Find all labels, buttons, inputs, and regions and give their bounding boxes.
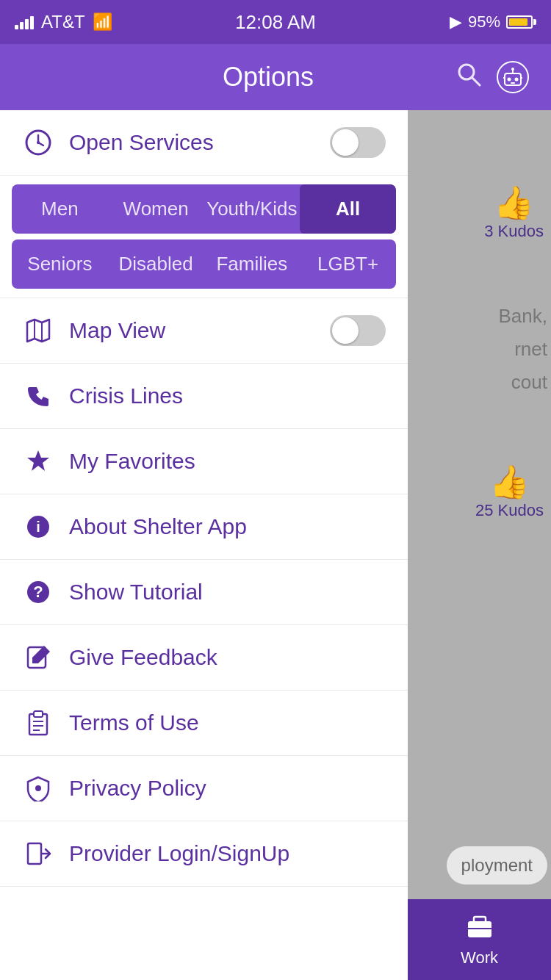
- filter-families[interactable]: Families: [204, 239, 300, 289]
- my-favorites-row[interactable]: My Favorites: [0, 429, 408, 494]
- filter-youth[interactable]: Youth/Kids: [204, 184, 300, 234]
- battery-icon: [506, 15, 536, 29]
- search-icon[interactable]: [455, 61, 482, 93]
- signal-icon: [15, 15, 34, 29]
- briefcase-icon: [465, 912, 494, 945]
- question-icon: ?: [22, 576, 54, 608]
- privacy-label: Privacy Policy: [69, 776, 386, 801]
- open-services-row[interactable]: Open Services: [0, 110, 408, 176]
- map-view-row[interactable]: Map View: [0, 298, 408, 364]
- about-row[interactable]: i About Shelter App: [0, 494, 408, 560]
- tutorial-label: Show Tutorial: [69, 580, 386, 605]
- edit-icon: [22, 641, 54, 674]
- feedback-row[interactable]: Give Feedback: [0, 625, 408, 691]
- filter-buttons: Men Women Youth/Kids All Seniors Disable…: [0, 176, 408, 298]
- employment-label: ployment: [461, 855, 533, 875]
- filter-women[interactable]: Women: [108, 184, 204, 234]
- gender-filter-row: Men Women Youth/Kids All: [12, 184, 396, 234]
- status-bar: AT&T 📶 12:08 AM ▶ 95%: [0, 0, 551, 44]
- svg-rect-29: [28, 843, 41, 864]
- svg-text:?: ?: [33, 583, 43, 601]
- svg-text:i: i: [36, 519, 40, 535]
- filter-lgbt[interactable]: LGBT+: [300, 239, 396, 289]
- svg-marker-17: [27, 450, 49, 471]
- employment-button[interactable]: ployment: [447, 846, 547, 884]
- wifi-icon: 📶: [93, 12, 112, 32]
- tutorial-row[interactable]: ? Show Tutorial: [0, 560, 408, 625]
- page-title: Options: [81, 62, 455, 93]
- crisis-lines-label: Crisis Lines: [69, 383, 386, 408]
- kudos-2: 👍 25 Kudos: [475, 463, 544, 520]
- battery-percent: 95%: [468, 12, 500, 32]
- svg-marker-14: [27, 320, 49, 342]
- svg-point-28: [35, 785, 41, 791]
- svg-rect-24: [34, 711, 43, 717]
- map-view-label: Map View: [69, 318, 330, 343]
- header-icons: [455, 61, 529, 93]
- svg-rect-5: [511, 82, 515, 84]
- login-icon: [22, 837, 54, 870]
- work-tab-label: Work: [461, 948, 498, 968]
- svg-point-7: [511, 68, 514, 71]
- thumbs-up-icon-1: 👍: [494, 184, 534, 222]
- bg-text-rnet: rnet: [514, 338, 547, 361]
- shield-icon: [22, 772, 54, 804]
- terms-label: Terms of Use: [69, 710, 386, 735]
- status-time: 12:08 AM: [235, 11, 316, 34]
- kudos-1-label: 3 Kudos: [484, 222, 544, 241]
- status-right: ▶ 95%: [450, 12, 536, 32]
- work-tab[interactable]: Work: [408, 899, 551, 980]
- map-view-toggle[interactable]: [330, 315, 386, 346]
- provider-row[interactable]: Provider Login/SignUp: [0, 821, 408, 887]
- svg-point-3: [508, 78, 511, 82]
- filter-disabled[interactable]: Disabled: [108, 239, 204, 289]
- filter-men[interactable]: Men: [12, 184, 108, 234]
- my-favorites-label: My Favorites: [69, 449, 386, 474]
- location-icon: ▶: [450, 12, 462, 32]
- kudos-2-label: 25 Kudos: [475, 501, 544, 520]
- star-icon: [22, 445, 54, 478]
- right-panel: 👍 3 Kudos Bank, rnet cout 👍 25 Kudos plo…: [408, 110, 551, 980]
- main-container: Open Services Men Women Youth/Kids All S…: [0, 110, 551, 980]
- header: Options: [0, 44, 551, 110]
- svg-point-13: [37, 141, 40, 144]
- crisis-lines-row[interactable]: Crisis Lines: [0, 364, 408, 429]
- info-icon: i: [22, 511, 54, 543]
- svg-line-1: [472, 77, 480, 85]
- about-label: About Shelter App: [69, 514, 386, 539]
- carrier-label: AT&T: [41, 12, 85, 32]
- category-filter-row: Seniors Disabled Families LGBT+: [12, 239, 396, 289]
- status-left: AT&T 📶: [15, 12, 112, 32]
- open-services-toggle[interactable]: [330, 127, 386, 158]
- robot-icon[interactable]: [497, 61, 529, 93]
- open-services-label: Open Services: [69, 130, 330, 155]
- thumbs-up-icon-2: 👍: [489, 463, 530, 501]
- bg-text-cout: cout: [511, 371, 547, 394]
- filter-seniors[interactable]: Seniors: [12, 239, 108, 289]
- phone-icon: [22, 380, 54, 412]
- clock-icon: [22, 126, 54, 159]
- kudos-1: 👍 3 Kudos: [484, 184, 544, 241]
- privacy-row[interactable]: Privacy Policy: [0, 756, 408, 821]
- filter-all[interactable]: All: [300, 184, 396, 234]
- terms-row[interactable]: Terms of Use: [0, 691, 408, 756]
- svg-point-4: [515, 78, 519, 82]
- options-panel: Open Services Men Women Youth/Kids All S…: [0, 110, 408, 980]
- map-icon: [22, 314, 54, 347]
- feedback-label: Give Feedback: [69, 645, 386, 670]
- provider-label: Provider Login/SignUp: [69, 841, 386, 866]
- bg-text-bank: Bank,: [499, 305, 548, 328]
- clipboard-icon: [22, 707, 54, 739]
